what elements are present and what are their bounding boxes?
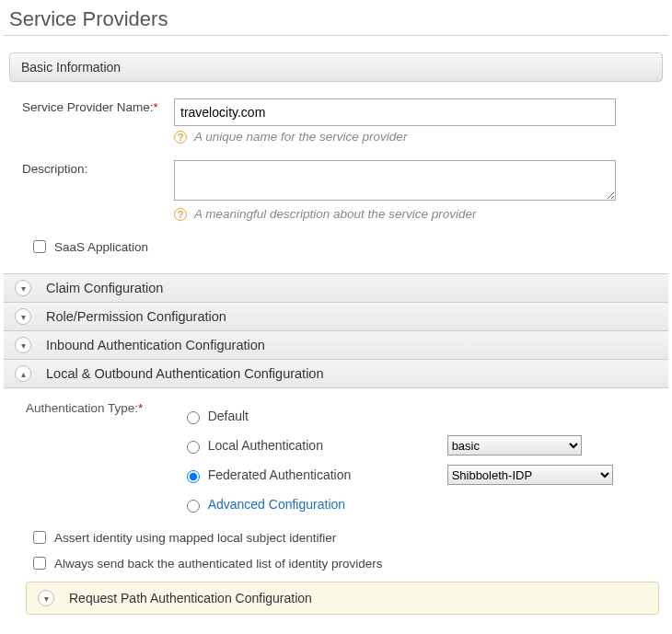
help-icon: ? [174,208,187,221]
accordion-request-path[interactable]: ▾ Request Path Authentication Configurat… [26,582,659,615]
sp-name-label-text: Service Provider Name: [22,100,154,114]
chevron-up-icon: ▴ [15,365,31,382]
accordion-inbound-label: Inbound Authentication Configuration [46,338,265,352]
auth-advanced-label: Advanced Configuration [208,497,345,512]
sp-name-hint: A unique name for the service provider [194,130,407,144]
always-send-label: Always send back the authenticated list … [54,557,382,571]
always-send-checkbox[interactable] [33,557,46,570]
assert-identity-label: Assert identity using mapped local subje… [54,531,336,545]
saas-label: SaaS Application [54,240,148,254]
chevron-down-icon: ▾ [15,280,31,296]
auth-default-label: Default [208,409,447,423]
page-title: Service Providers [9,7,668,31]
basic-info-header: Basic Information [9,52,663,82]
accordion-local-outbound[interactable]: ▴ Local & Outbound Authentication Config… [4,359,668,388]
accordion-inbound[interactable]: ▾ Inbound Authentication Configuration [4,330,668,360]
chevron-down-icon: ▾ [15,337,31,353]
auth-local-select[interactable]: basic [447,435,582,455]
auth-type-label-text: Authentication Type: [26,401,138,415]
description-label: Description: [22,160,174,221]
accordion-request-path-label: Request Path Authentication Configuratio… [69,591,312,605]
divider [4,35,668,36]
auth-federated-select[interactable]: Shibboleth-IDP [447,465,613,485]
description-hint: A meaningful description about the servi… [194,207,476,221]
sp-name-input[interactable] [174,98,616,126]
accordion-local-outbound-label: Local & Outbound Authentication Configur… [46,366,324,381]
auth-default-radio[interactable] [187,411,200,424]
accordion-role-label: Role/Permission Configuration [46,309,226,324]
required-asterisk: * [154,100,158,114]
auth-local-radio[interactable] [187,441,200,454]
sp-name-label: Service Provider Name:* [22,98,174,144]
chevron-down-icon: ▾ [15,308,31,325]
assert-identity-checkbox[interactable] [33,531,46,544]
auth-type-label: Authentication Type:* [26,401,179,415]
accordion-role[interactable]: ▾ Role/Permission Configuration [4,302,668,331]
help-icon: ? [174,131,187,144]
accordion-claim[interactable]: ▾ Claim Configuration [4,273,668,303]
auth-local-label: Local Authentication [208,438,447,453]
description-input[interactable] [174,160,616,201]
accordion-claim-label: Claim Configuration [46,281,163,295]
auth-advanced-radio[interactable] [187,500,200,513]
required-asterisk: * [138,401,143,415]
advanced-config-link[interactable]: Advanced Configuration [208,497,345,512]
auth-federated-label: Federated Authentication [208,467,447,482]
saas-checkbox[interactable] [33,240,46,253]
chevron-down-icon: ▾ [38,590,54,606]
auth-federated-radio[interactable] [187,470,200,483]
